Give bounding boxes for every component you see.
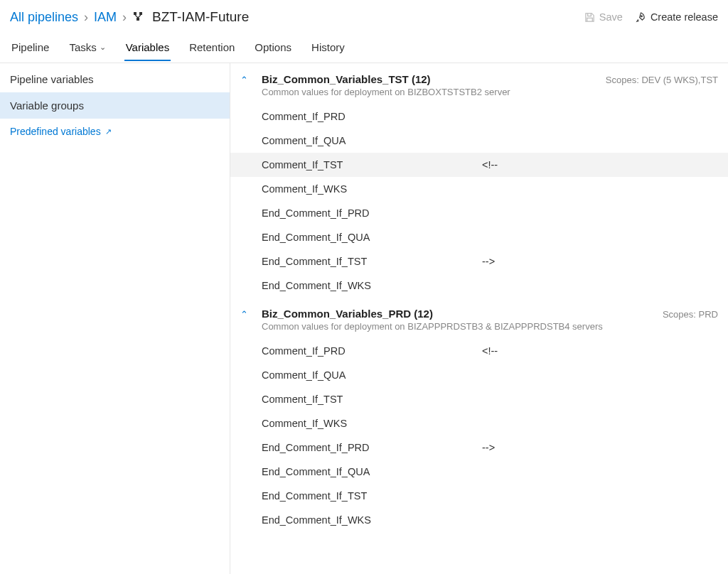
variable-row[interactable]: Comment_If_WKS	[230, 411, 728, 435]
variable-name: Comment_If_TST	[262, 159, 482, 170]
group-titles: Biz_Common_Variables_PRD (12)Common valu…	[262, 308, 654, 332]
variable-list: Comment_If_PRDComment_If_QUAComment_If_T…	[230, 99, 728, 298]
tab-history[interactable]: History	[310, 34, 346, 60]
variable-row[interactable]: End_Comment_If_QUA	[230, 460, 728, 484]
variable-row[interactable]: Comment_If_WKS	[230, 177, 728, 201]
group-scope: Scopes: DEV (5 WKS),TST	[606, 73, 718, 85]
variable-group: ⌃Biz_Common_Variables_PRD (12)Common val…	[230, 302, 728, 532]
variable-row[interactable]: End_Comment_If_TST	[230, 484, 728, 508]
variable-value: <!--	[482, 345, 718, 357]
rocket-icon	[636, 12, 646, 23]
pipeline-icon	[132, 11, 145, 23]
save-button[interactable]: Save	[584, 11, 623, 23]
variable-name: End_Comment_If_WKS	[262, 514, 482, 526]
variable-name: End_Comment_If_PRD	[262, 442, 482, 453]
variable-name: End_Comment_If_QUA	[262, 466, 482, 477]
variable-row[interactable]: End_Comment_If_WKS	[230, 274, 728, 298]
variable-name: End_Comment_If_TST	[262, 490, 482, 502]
variable-value	[482, 490, 718, 502]
header-actions: Save Create release	[584, 11, 718, 23]
tab-tasks-label: Tasks	[69, 41, 96, 53]
variable-value	[482, 111, 718, 122]
predefined-variables-label: Predefined variables	[10, 126, 101, 137]
variable-value	[482, 394, 718, 405]
breadcrumb-folder[interactable]: IAM	[94, 10, 117, 25]
variable-value	[482, 418, 718, 429]
group-description: Common values for deployment on BIZBOXTS…	[262, 87, 597, 97]
variable-row[interactable]: End_Comment_If_QUA	[230, 225, 728, 249]
sidebar-item-variable-groups[interactable]: Variable groups	[0, 92, 230, 119]
collapse-toggle[interactable]: ⌃	[240, 308, 253, 320]
variable-name: Comment_If_PRD	[262, 345, 482, 357]
variable-value	[482, 135, 718, 146]
sidebar-link-predefined-variables[interactable]: Predefined variables ↗	[0, 119, 230, 144]
external-link-icon: ↗	[105, 127, 112, 136]
breadcrumb-sep: ›	[84, 10, 88, 25]
variable-row[interactable]: Comment_If_QUA	[230, 129, 728, 153]
variable-name: Comment_If_QUA	[262, 369, 482, 381]
variable-value: -->	[482, 442, 718, 453]
group-titles: Biz_Common_Variables_TST (12)Common valu…	[262, 73, 597, 97]
svg-line-4	[138, 15, 141, 18]
variable-row[interactable]: Comment_If_TST	[230, 387, 728, 411]
variable-row[interactable]: Comment_If_QUA	[230, 363, 728, 387]
group-title: Biz_Common_Variables_TST (12)	[262, 73, 597, 85]
variable-row[interactable]: Comment_If_TST<!--	[230, 153, 728, 177]
breadcrumb-root[interactable]: All pipelines	[10, 10, 78, 25]
collapse-toggle[interactable]: ⌃	[240, 73, 253, 85]
variable-group-header: ⌃Biz_Common_Variables_TST (12)Common val…	[230, 67, 728, 99]
variable-name: Comment_If_WKS	[262, 183, 482, 195]
breadcrumb-sep: ›	[122, 10, 127, 25]
variable-group-header: ⌃Biz_Common_Variables_PRD (12)Common val…	[230, 302, 728, 333]
variable-value	[482, 514, 718, 526]
create-release-label: Create release	[651, 11, 718, 23]
svg-line-3	[135, 15, 138, 18]
sidebar-item-pipeline-variables[interactable]: Pipeline variables	[0, 66, 230, 92]
variable-row[interactable]: End_Comment_If_PRD-->	[230, 435, 728, 460]
variable-value	[482, 280, 718, 291]
tab-options[interactable]: Options	[253, 34, 293, 60]
breadcrumb: All pipelines › IAM › BZT-IAM-Future	[10, 9, 249, 25]
right-panel: ⌃Biz_Common_Variables_TST (12)Common val…	[230, 63, 728, 574]
chevron-down-icon: ⌄	[100, 43, 106, 52]
svg-rect-2	[136, 18, 139, 21]
variable-name: Comment_If_QUA	[262, 135, 482, 146]
svg-rect-1	[139, 12, 142, 15]
group-title: Biz_Common_Variables_PRD (12)	[262, 308, 654, 320]
variable-group: ⌃Biz_Common_Variables_TST (12)Common val…	[230, 67, 728, 298]
variable-value: -->	[482, 256, 718, 267]
variable-row[interactable]: End_Comment_If_WKS	[230, 508, 728, 532]
group-scope: Scopes: PRD	[663, 308, 718, 320]
variable-row[interactable]: Comment_If_PRD	[230, 104, 728, 129]
variable-value	[482, 183, 718, 195]
variable-list: Comment_If_PRD<!--Comment_If_QUAComment_…	[230, 333, 728, 532]
variable-value	[482, 207, 718, 219]
svg-rect-0	[134, 12, 136, 15]
main-area: Pipeline variables Variable groups Prede…	[0, 63, 728, 574]
variable-name: End_Comment_If_PRD	[262, 207, 482, 219]
tab-pipeline[interactable]: Pipeline	[10, 34, 50, 60]
variable-name: End_Comment_If_WKS	[262, 280, 482, 291]
variable-name: Comment_If_PRD	[262, 111, 482, 122]
variable-name: Comment_If_WKS	[262, 418, 482, 429]
tab-bar: Pipeline Tasks ⌄ Variables Retention Opt…	[0, 31, 728, 63]
group-description: Common values for deployment on BIZAPPPR…	[262, 321, 654, 332]
tab-variables[interactable]: Variables	[124, 34, 171, 60]
variable-value	[482, 466, 718, 477]
save-icon	[584, 12, 595, 23]
create-release-button[interactable]: Create release	[636, 11, 718, 23]
variable-value	[482, 232, 718, 243]
header-bar: All pipelines › IAM › BZT-IAM-Future Sav…	[0, 0, 728, 31]
variable-name: Comment_If_TST	[262, 394, 482, 405]
variable-value: <!--	[482, 159, 718, 170]
breadcrumb-current: BZT-IAM-Future	[152, 9, 249, 25]
variable-row[interactable]: Comment_If_PRD<!--	[230, 339, 728, 363]
variable-name: End_Comment_If_TST	[262, 256, 482, 267]
variable-value	[482, 369, 718, 381]
tab-retention[interactable]: Retention	[188, 34, 236, 60]
variable-name: End_Comment_If_QUA	[262, 232, 482, 243]
variable-row[interactable]: End_Comment_If_PRD	[230, 201, 728, 225]
variable-row[interactable]: End_Comment_If_TST-->	[230, 249, 728, 274]
tab-tasks[interactable]: Tasks ⌄	[68, 34, 107, 60]
save-label: Save	[599, 11, 623, 23]
